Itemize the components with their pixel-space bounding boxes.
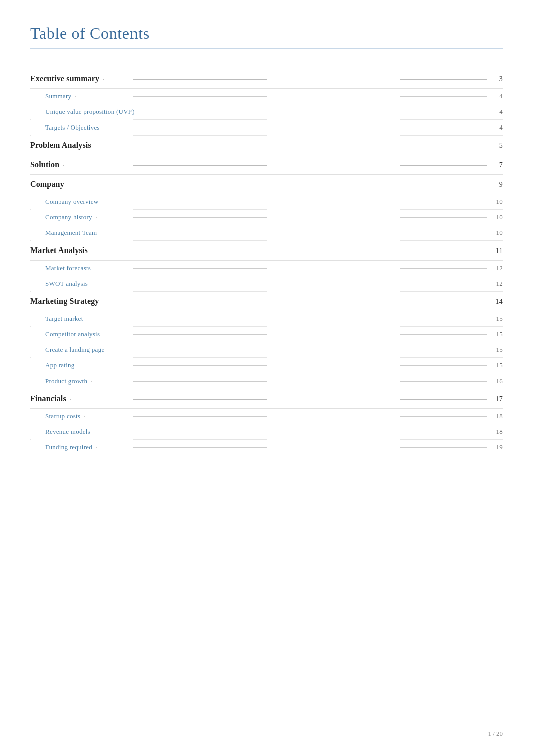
toc-page-num: 11: [491, 247, 503, 255]
toc-entry-16[interactable]: Create a landing page 15: [30, 342, 503, 358]
toc-page-num: 4: [491, 108, 503, 116]
toc-entry-2[interactable]: Unique value proposition (UVP) 4: [30, 104, 503, 120]
toc-dots: [101, 233, 487, 233]
toc-page-num: 4: [491, 92, 503, 100]
toc-page-num: 5: [491, 142, 503, 150]
toc-dots: [103, 302, 487, 302]
toc-page-num: 15: [491, 346, 503, 354]
toc-page-num: 14: [491, 298, 503, 306]
toc-label: Funding required: [45, 443, 92, 451]
toc-label: Problem Analysis: [30, 141, 91, 150]
toc-label: SWOT analysis: [45, 280, 88, 288]
toc-dots: [70, 399, 487, 400]
toc-label: Revenue models: [45, 428, 90, 436]
toc-entry-14[interactable]: Target market 15: [30, 311, 503, 327]
toc-label: Summary: [45, 92, 71, 100]
toc-label: Product growth: [45, 377, 87, 385]
toc-page-num: 15: [491, 315, 503, 323]
page-header: Table of Contents: [30, 24, 503, 49]
toc-dots: [92, 251, 487, 251]
toc-entry-11[interactable]: Market forecasts 12: [30, 261, 503, 276]
toc-page-num: 18: [491, 428, 503, 436]
toc-entry-0[interactable]: Executive summary 3: [30, 69, 503, 89]
toc-dots: [84, 416, 487, 417]
toc-entry-10[interactable]: Market Analysis 11: [30, 241, 503, 261]
toc-dots: [68, 185, 487, 185]
toc-label: App rating: [45, 361, 75, 369]
toc-entry-21[interactable]: Revenue models 18: [30, 424, 503, 440]
toc-dots: [139, 112, 487, 112]
toc-page-num: 17: [491, 395, 503, 403]
toc-entry-19[interactable]: Financials 17: [30, 389, 503, 409]
toc-dots: [96, 447, 487, 448]
toc-dots: [96, 217, 487, 218]
toc-page-num: 7: [491, 161, 503, 169]
toc-entry-20[interactable]: Startup costs 18: [30, 409, 503, 424]
toc-dots: [91, 381, 487, 382]
toc-entry-15[interactable]: Competitor analysis 15: [30, 327, 503, 342]
toc-dots: [87, 319, 487, 319]
toc-entry-18[interactable]: Product growth 16: [30, 373, 503, 389]
toc-page-num: 9: [491, 181, 503, 189]
toc-label: Company: [30, 180, 64, 189]
toc-label: Market forecasts: [45, 264, 91, 272]
toc-entry-12[interactable]: SWOT analysis 12: [30, 276, 503, 292]
toc-label: Company overview: [45, 198, 98, 206]
toc-page-num: 15: [491, 330, 503, 338]
toc-entry-13[interactable]: Marketing Strategy 14: [30, 292, 503, 311]
page-title: Table of Contents: [30, 24, 503, 43]
page-footer: 1 / 20: [488, 730, 503, 738]
toc-label: Market Analysis: [30, 246, 88, 255]
toc-page-num: 12: [491, 264, 503, 272]
toc-entry-22[interactable]: Funding required 19: [30, 440, 503, 455]
toc-label: Competitor analysis: [45, 330, 100, 338]
toc-page-num: 16: [491, 377, 503, 385]
toc-page-num: 15: [491, 361, 503, 369]
toc-entry-8[interactable]: Company history 10: [30, 210, 503, 225]
toc-page-num: 10: [491, 229, 503, 237]
toc-dots: [95, 146, 487, 146]
toc-dots: [63, 165, 487, 166]
toc-dots: [79, 365, 487, 366]
toc-label: Marketing Strategy: [30, 297, 99, 306]
toc-label: Financials: [30, 394, 66, 403]
toc-page-num: 19: [491, 443, 503, 451]
toc-label: Company history: [45, 213, 92, 221]
toc-page-num: 10: [491, 213, 503, 221]
toc-dots: [95, 268, 487, 269]
toc-label: Target market: [45, 315, 83, 323]
toc-entry-9[interactable]: Management Team 10: [30, 225, 503, 241]
toc-dots: [92, 284, 487, 284]
toc-entry-6[interactable]: Company 9: [30, 175, 503, 194]
toc-dots: [104, 128, 487, 128]
toc-page-num: 18: [491, 412, 503, 420]
toc-entry-3[interactable]: Targets / Objectives 4: [30, 120, 503, 136]
toc-label: Targets / Objectives: [45, 123, 100, 132]
toc-dots: [94, 432, 487, 432]
toc-label: Executive summary: [30, 74, 99, 83]
toc-label: Create a landing page: [45, 346, 104, 354]
toc-label: Startup costs: [45, 412, 80, 420]
toc-label: Solution: [30, 160, 59, 169]
toc-page-num: 3: [491, 75, 503, 83]
toc-container: Executive summary 3 Summary 4 Unique val…: [30, 69, 503, 455]
toc-dots: [104, 334, 487, 335]
toc-page-num: 12: [491, 280, 503, 288]
toc-entry-17[interactable]: App rating 15: [30, 358, 503, 373]
toc-entry-1[interactable]: Summary 4: [30, 89, 503, 104]
toc-dots: [75, 96, 487, 97]
toc-dots: [102, 202, 487, 202]
toc-label: Management Team: [45, 229, 97, 237]
toc-entry-4[interactable]: Problem Analysis 5: [30, 136, 503, 155]
toc-page-num: 10: [491, 198, 503, 206]
toc-page-num: 4: [491, 123, 503, 132]
toc-entry-7[interactable]: Company overview 10: [30, 194, 503, 210]
toc-label: Unique value proposition (UVP): [45, 108, 135, 116]
page: Table of Contents Executive summary 3 Su…: [0, 0, 533, 756]
toc-dots: [103, 79, 487, 80]
toc-entry-5[interactable]: Solution 7: [30, 155, 503, 175]
toc-dots: [108, 350, 487, 350]
